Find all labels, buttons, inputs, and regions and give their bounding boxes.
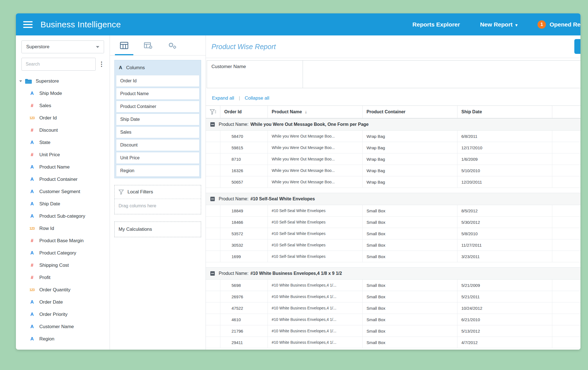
local-filters-dropzone[interactable]: Drag columns here bbox=[115, 199, 201, 214]
hamburger-menu-icon[interactable] bbox=[23, 20, 33, 30]
table-row[interactable]: 30532#10 Self-Seal White EnvelopesSmall … bbox=[206, 239, 580, 251]
cell-product-name: #10 Self-Seal White Envelopes bbox=[268, 217, 363, 228]
group-header[interactable]: Product Name:#10 White Business Envelope… bbox=[206, 267, 580, 280]
table-row[interactable]: 58470While you Were Out Message Boo...Wr… bbox=[206, 131, 580, 142]
kebab-menu-icon[interactable]: ⋮ bbox=[96, 61, 107, 68]
field-item-product-base-margin[interactable]: #Product Base Margin bbox=[16, 235, 110, 247]
collapsed-side-toolbar-button[interactable] bbox=[574, 39, 580, 54]
cell-order-id: 4610 bbox=[220, 314, 268, 325]
cell-order-id: 18849 bbox=[220, 205, 268, 216]
column-chip-order-id[interactable]: Order Id bbox=[116, 75, 199, 87]
cell-product-name: #10 White Business Envelopes,4 1/... bbox=[268, 325, 363, 337]
cell-ship-date: 12/20/2011 bbox=[457, 176, 552, 188]
workspace-selector[interactable]: Superstore bbox=[21, 40, 104, 53]
field-item-product-container[interactable]: AProduct Container bbox=[16, 173, 110, 186]
table-row[interactable]: 4610#10 White Business Envelopes,4 1/...… bbox=[206, 314, 580, 325]
field-label: Product Category bbox=[39, 250, 76, 256]
content-area: Superstore ⋮ Superstore AShip Mode#Sales… bbox=[16, 35, 580, 350]
expand-all-link[interactable]: Expand all bbox=[212, 95, 234, 101]
settings-tool[interactable] bbox=[160, 35, 184, 55]
column-chip-product-name[interactable]: Product Name bbox=[116, 88, 199, 100]
field-item-profit[interactable]: #Profit bbox=[16, 272, 110, 284]
group-header[interactable]: Product Name:While you Were Out Message … bbox=[206, 118, 580, 131]
row-group-field[interactable]: Customer Name bbox=[207, 60, 303, 88]
column-chip-unit-price[interactable]: Unit Price bbox=[116, 152, 199, 164]
table-row[interactable]: 8710While you Were Out Message Boo...Wra… bbox=[206, 153, 580, 165]
table-row[interactable]: 53572#10 Self-Seal White EnvelopesSmall … bbox=[206, 228, 580, 239]
table-row[interactable]: 50657While you Were Out Message Boo...Wr… bbox=[206, 176, 580, 188]
field-item-ship-mode[interactable]: AShip Mode bbox=[16, 87, 110, 100]
filter-header-cell[interactable] bbox=[206, 106, 220, 118]
field-item-row-id[interactable]: 123Row Id bbox=[16, 222, 110, 235]
header-order-id[interactable]: Order Id bbox=[220, 106, 268, 118]
group-label: Product Name: bbox=[219, 196, 249, 201]
table-row[interactable]: 59815While you Were Out Message Boo...Wr… bbox=[206, 142, 580, 153]
field-item-product-name[interactable]: AProduct Name bbox=[16, 161, 110, 173]
field-item-product-sub-category[interactable]: AProduct Sub-category bbox=[16, 210, 110, 222]
tree-root-superstore[interactable]: Superstore bbox=[16, 75, 110, 87]
table-settings-tool[interactable] bbox=[136, 35, 160, 55]
column-chip-discount[interactable]: Discount bbox=[116, 139, 199, 151]
field-item-customer-name[interactable]: ACustomer Name bbox=[16, 321, 110, 333]
field-item-customer-segment[interactable]: ACustomer Segment bbox=[16, 186, 110, 198]
column-chip-ship-date[interactable]: Ship Date bbox=[116, 114, 199, 125]
table-row[interactable]: 18466#10 Self-Seal White EnvelopesSmall … bbox=[206, 217, 580, 228]
cell-blank bbox=[206, 251, 220, 262]
column-chip-product-container[interactable]: Product Container bbox=[116, 101, 199, 112]
sort-descending-icon[interactable]: ↓ bbox=[305, 109, 307, 114]
nav-new-report[interactable]: New Report▾ bbox=[480, 21, 517, 28]
column-chip-sales[interactable]: Sales bbox=[116, 126, 199, 138]
collapse-group-icon[interactable] bbox=[210, 271, 215, 276]
text-field-type-icon: A bbox=[28, 213, 36, 219]
field-item-state[interactable]: AState bbox=[16, 136, 110, 149]
field-item-order-date[interactable]: AOrder Date bbox=[16, 296, 110, 308]
cell-ship-date: 3/23/2011 bbox=[457, 251, 552, 262]
header-product-container[interactable]: Product Container bbox=[363, 106, 457, 118]
row-group-empty-zone[interactable] bbox=[303, 60, 580, 88]
field-item-shipping-cost[interactable]: #Shipping Cost bbox=[16, 259, 110, 272]
column-chip-region[interactable]: Region bbox=[116, 165, 199, 177]
header-product-name[interactable]: Product Name ↓ bbox=[268, 106, 363, 118]
fields-sidebar: Superstore ⋮ Superstore AShip Mode#Sales… bbox=[16, 35, 110, 350]
table-view-tool[interactable] bbox=[112, 35, 136, 55]
cell-blank bbox=[206, 325, 220, 337]
group-header[interactable]: Product Name:#10 Self-Seal White Envelop… bbox=[206, 193, 580, 205]
field-label: Region bbox=[39, 336, 54, 342]
table-row[interactable]: 21796#10 White Business Envelopes,4 1/..… bbox=[206, 325, 580, 337]
tree-expand-chevron-icon[interactable] bbox=[19, 80, 22, 82]
field-label: Product Container bbox=[39, 177, 78, 182]
cell-blank bbox=[206, 314, 220, 325]
field-label: Profit bbox=[39, 275, 50, 280]
nav-reports-explorer[interactable]: Reports Explorer bbox=[413, 21, 460, 28]
group-label: Product Name: bbox=[219, 271, 249, 276]
table-row[interactable]: 5698#10 White Business Envelopes,4 1/...… bbox=[206, 280, 580, 291]
field-item-ship-date[interactable]: AShip Date bbox=[16, 198, 110, 210]
field-item-order-quantity[interactable]: 123Order Quantity bbox=[16, 284, 110, 296]
collapse-group-icon[interactable] bbox=[210, 197, 215, 201]
field-item-product-category[interactable]: AProduct Category bbox=[16, 247, 110, 259]
table-row[interactable]: 29411#10 White Business Envelopes,4 1/..… bbox=[206, 337, 580, 348]
collapse-group-icon[interactable] bbox=[210, 122, 215, 127]
field-item-order-priority[interactable]: AOrder Priority bbox=[16, 308, 110, 321]
cell-ship-date: 5/8/2010 bbox=[457, 228, 552, 239]
table-row[interactable]: 26976#10 White Business Envelopes,4 1/..… bbox=[206, 291, 580, 302]
field-item-unit-price[interactable]: #Unit Price bbox=[16, 149, 110, 161]
table-row[interactable]: 47522#10 White Business Envelopes,4 1/..… bbox=[206, 302, 580, 314]
field-item-discount[interactable]: #Discount bbox=[16, 124, 110, 136]
nav-opened-reports[interactable]: 1 Opened Re bbox=[538, 20, 580, 29]
table-row[interactable]: 18849#10 Self-Seal White EnvelopesSmall … bbox=[206, 205, 580, 217]
folder-icon bbox=[25, 78, 32, 84]
collapse-all-link[interactable]: Collapse all bbox=[245, 95, 269, 101]
search-input[interactable] bbox=[21, 58, 96, 71]
field-item-region[interactable]: ARegion bbox=[16, 333, 110, 345]
table-row[interactable]: 1699#10 Self-Seal White EnvelopesSmall B… bbox=[206, 251, 580, 262]
cell-product-container: Wrap Bag bbox=[363, 142, 457, 153]
field-item-order-id[interactable]: 123Order Id bbox=[16, 112, 110, 124]
opened-count-badge: 1 bbox=[538, 20, 546, 29]
table-row[interactable]: 16326While you Were Out Message Boo...Wr… bbox=[206, 165, 580, 176]
cell-blank bbox=[206, 176, 220, 188]
field-label: Order Quantity bbox=[39, 287, 71, 293]
field-item-sales[interactable]: #Sales bbox=[16, 100, 110, 112]
my-calculations-box[interactable]: My Calculations bbox=[114, 222, 201, 237]
header-ship-date[interactable]: Ship Date bbox=[457, 106, 552, 118]
